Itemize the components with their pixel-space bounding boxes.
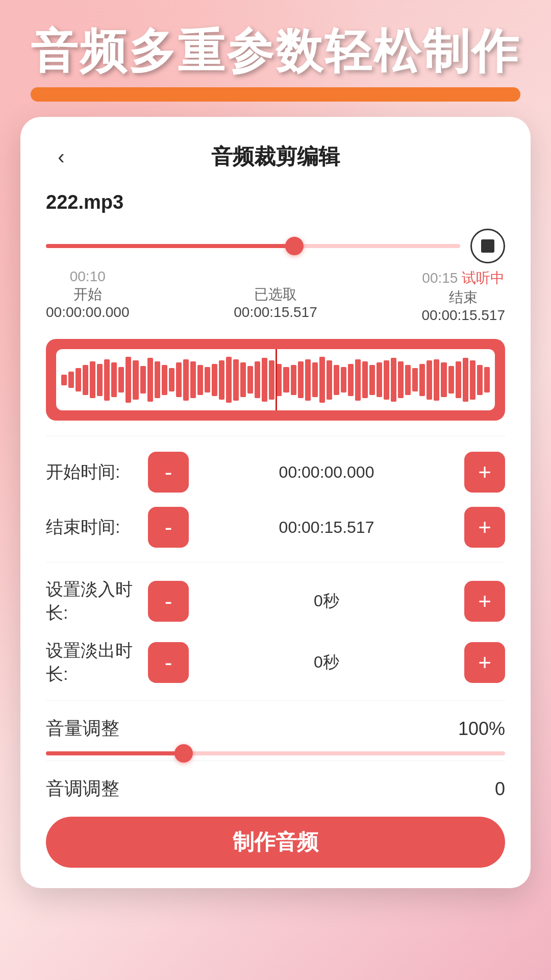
waveform-bar bbox=[111, 362, 117, 397]
waveform-bar bbox=[312, 362, 318, 397]
pitch-value: 0 bbox=[495, 778, 505, 800]
waveform-bar bbox=[362, 361, 368, 398]
waveform-bar bbox=[262, 358, 267, 402]
volume-label: 音量调整 bbox=[46, 716, 119, 741]
waveform-bar bbox=[456, 361, 461, 398]
end-time-plus-button[interactable]: + bbox=[464, 507, 505, 548]
end-clock-row: 00:15 试听中 bbox=[422, 268, 506, 288]
waveform-cursor bbox=[276, 349, 277, 410]
end-time-row: 结束时间: - 00:00:15.517 + bbox=[46, 507, 505, 548]
waveform-bar bbox=[419, 364, 425, 396]
start-time-section: 开始时间: - 00:00:00.000 + 结束时间: - 00:00:15.… bbox=[46, 436, 505, 548]
end-time-minus-button[interactable]: - bbox=[148, 507, 189, 548]
waveform-bar bbox=[126, 357, 131, 403]
hero-title: 音频多重参数轻松制作 bbox=[0, 0, 551, 87]
page-title: 音频裁剪编辑 bbox=[211, 142, 340, 171]
file-name: 222.mp3 bbox=[46, 191, 505, 213]
stop-icon bbox=[481, 239, 494, 253]
waveform-bar bbox=[355, 359, 361, 401]
volume-thumb bbox=[174, 744, 193, 763]
waveform-bar bbox=[83, 365, 88, 395]
status-badge: 试听中 bbox=[462, 270, 505, 286]
waveform-bar bbox=[197, 365, 203, 395]
waveform-bar bbox=[104, 359, 110, 401]
waveform-bar bbox=[291, 365, 296, 395]
selected-label: 已选取 bbox=[234, 285, 317, 304]
waveform-bar bbox=[140, 366, 146, 394]
app-card: ‹ 音频裁剪编辑 222.mp3 00:10 开始 00:00:00.000 已… bbox=[20, 117, 531, 888]
waveform-bar bbox=[90, 361, 95, 398]
progress-fill bbox=[46, 244, 294, 248]
start-time-value: 00:00:00.000 bbox=[189, 463, 464, 482]
waveform-bar bbox=[133, 360, 138, 400]
fade-out-minus-button[interactable]: - bbox=[148, 642, 189, 683]
start-time-minus-button[interactable]: - bbox=[148, 452, 189, 493]
waveform-bar bbox=[269, 360, 274, 400]
waveform-bar bbox=[470, 360, 475, 400]
start-time-plus-button[interactable]: + bbox=[464, 452, 505, 493]
end-time-label: 结束时间: bbox=[46, 516, 148, 539]
time-labels: 00:10 开始 00:00:00.000 已选取 00:00:15.517 0… bbox=[46, 268, 505, 324]
waveform-bar bbox=[477, 365, 483, 395]
waveform-bar bbox=[147, 358, 153, 402]
end-time-item: 00:15 试听中 结束 00:00:15.517 bbox=[422, 268, 506, 324]
pitch-label: 音调调整 bbox=[46, 776, 119, 801]
end-clock: 00:15 bbox=[422, 270, 458, 286]
waveform-bar bbox=[348, 364, 354, 396]
pitch-section: 音调调整 0 bbox=[46, 761, 505, 801]
waveform-bar bbox=[327, 360, 332, 400]
waveform-bar bbox=[377, 362, 382, 397]
selected-time-item: 已选取 00:00:15.517 bbox=[234, 268, 317, 324]
waveform-bar bbox=[384, 360, 389, 400]
waveform-container[interactable] bbox=[46, 339, 505, 421]
waveform-bar bbox=[118, 367, 124, 393]
fade-in-plus-button[interactable]: + bbox=[464, 581, 505, 622]
waveform-bar bbox=[441, 362, 446, 397]
stop-button[interactable] bbox=[470, 229, 505, 263]
start-value: 00:00:00.000 bbox=[46, 304, 130, 321]
waveform-bar bbox=[97, 364, 103, 396]
volume-value: 100% bbox=[458, 718, 505, 740]
start-label: 开始 bbox=[46, 285, 130, 304]
start-time-row: 开始时间: - 00:00:00.000 + bbox=[46, 452, 505, 493]
waveform-bar bbox=[68, 372, 74, 388]
waveform-bar bbox=[298, 361, 304, 398]
volume-section: 音量调整 100% bbox=[46, 700, 505, 755]
waveform-bar bbox=[240, 362, 246, 397]
progress-area: 00:10 开始 00:00:00.000 已选取 00:00:15.517 0… bbox=[46, 229, 505, 324]
start-time-item: 00:10 开始 00:00:00.000 bbox=[46, 268, 130, 324]
end-value: 00:00:15.517 bbox=[422, 307, 506, 324]
fade-out-plus-button[interactable]: + bbox=[464, 642, 505, 683]
waveform-bar bbox=[369, 365, 375, 395]
volume-fill bbox=[46, 751, 184, 755]
waveform-bar bbox=[405, 365, 411, 395]
fade-out-label: 设置淡出时长: bbox=[46, 639, 148, 686]
fade-out-row: 设置淡出时长: - 0秒 + bbox=[46, 639, 505, 686]
fade-section: 设置淡入时长: - 0秒 + 设置淡出时长: - 0秒 + bbox=[46, 562, 505, 686]
fade-out-value: 0秒 bbox=[189, 651, 464, 674]
waveform-bar bbox=[412, 368, 418, 391]
waveform-bar bbox=[391, 358, 396, 402]
waveform-bar bbox=[247, 366, 253, 394]
waveform-bar bbox=[226, 357, 232, 403]
waveform-bar bbox=[169, 368, 174, 391]
waveform-bar bbox=[61, 375, 67, 385]
progress-track[interactable] bbox=[46, 244, 460, 248]
volume-header: 音量调整 100% bbox=[46, 716, 505, 741]
end-label: 结束 bbox=[422, 288, 506, 307]
waveform-bar bbox=[463, 358, 468, 402]
fade-in-minus-button[interactable]: - bbox=[148, 581, 189, 622]
fade-in-row: 设置淡入时长: - 0秒 + bbox=[46, 578, 505, 625]
fade-in-value: 0秒 bbox=[189, 590, 464, 612]
make-audio-button[interactable]: 制作音频 bbox=[46, 817, 505, 868]
make-audio-label: 制作音频 bbox=[233, 828, 318, 856]
waveform-bar bbox=[305, 359, 311, 401]
selected-spacer bbox=[234, 268, 317, 285]
volume-slider[interactable] bbox=[46, 751, 505, 755]
waveform-bar bbox=[276, 364, 282, 396]
waveform-bar bbox=[212, 364, 217, 396]
back-button[interactable]: ‹ bbox=[46, 141, 77, 172]
start-time-label: 开始时间: bbox=[46, 460, 148, 484]
waveform-bar bbox=[219, 360, 224, 400]
pitch-header: 音调调整 0 bbox=[46, 776, 505, 801]
